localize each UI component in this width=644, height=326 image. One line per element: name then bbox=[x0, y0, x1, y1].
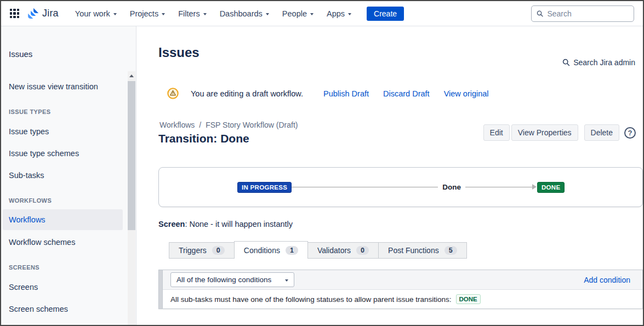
view-original-link[interactable]: View original bbox=[444, 89, 489, 98]
tab-validators-count: 0 bbox=[356, 246, 369, 255]
chevron-down-icon bbox=[310, 13, 314, 15]
draft-banner-message: You are editing a draft workflow. bbox=[191, 89, 303, 98]
transition-flow: IN PROGRESS Done DONE bbox=[237, 182, 565, 193]
breadcrumb-workflows[interactable]: Workflows bbox=[159, 121, 195, 129]
search-icon bbox=[562, 59, 570, 66]
publish-draft-link[interactable]: Publish Draft bbox=[323, 89, 369, 98]
tab-post-functions[interactable]: Post Functions 5 bbox=[378, 242, 467, 259]
warning-icon bbox=[167, 88, 179, 99]
search-icon bbox=[537, 10, 543, 18]
create-button[interactable]: Create bbox=[367, 7, 404, 21]
page-title: Issues bbox=[158, 45, 200, 60]
nav-item-filters[interactable]: Filters bbox=[172, 5, 213, 22]
sidebar-item-new-issue-view-transition[interactable]: New issue view transition bbox=[9, 82, 98, 91]
tab-validators[interactable]: Validators 0 bbox=[307, 242, 379, 259]
scrollbar-thumb[interactable] bbox=[128, 81, 135, 230]
panel-drag-handle[interactable] bbox=[159, 270, 163, 308]
tab-triggers[interactable]: Triggers 0 bbox=[169, 242, 235, 259]
jira-logo-icon bbox=[27, 7, 39, 20]
jira-logo[interactable]: Jira bbox=[27, 7, 59, 20]
discard-draft-link[interactable]: Discard Draft bbox=[383, 89, 430, 98]
add-condition-link[interactable]: Add condition bbox=[584, 276, 630, 284]
transition-label: Done bbox=[442, 183, 461, 191]
screen-info: Screen: None - it will happen instantly bbox=[158, 220, 293, 228]
search-jira-admin-link[interactable]: Search Jira admin bbox=[562, 58, 635, 67]
jira-admin-window: Jira Your work Projects Filters Dashboar… bbox=[0, 0, 644, 326]
chevron-down-icon bbox=[348, 13, 351, 15]
conditions-panel-header: All of the following conditions Add cond… bbox=[163, 270, 642, 290]
tab-post-functions-count: 5 bbox=[444, 246, 457, 255]
chevron-down-icon bbox=[113, 13, 117, 15]
nav-item-dashboards[interactable]: Dashboards bbox=[213, 5, 276, 22]
screen-info-label: Screen bbox=[158, 220, 185, 228]
sidebar-item-workflows-selected[interactable]: Workflows bbox=[3, 209, 123, 230]
nav-item-your-work[interactable]: Your work bbox=[69, 5, 123, 22]
condition-operator-select[interactable]: All of the following conditions bbox=[170, 272, 294, 287]
jira-wordmark: Jira bbox=[42, 8, 59, 19]
condition-text: All sub-tasks must have one of the follo… bbox=[170, 295, 452, 304]
delete-button[interactable]: Delete bbox=[584, 124, 619, 141]
nav-item-apps[interactable]: Apps bbox=[320, 5, 358, 22]
chevron-down-icon bbox=[203, 13, 207, 15]
sidebar-item-sub-tasks[interactable]: Sub-tasks bbox=[9, 171, 44, 180]
edit-button[interactable]: Edit bbox=[483, 124, 510, 141]
nav-menu: Your work Projects Filters Dashboards Pe… bbox=[69, 5, 358, 22]
sidebar-section-issue-types: ISSUE TYPES bbox=[9, 108, 51, 115]
global-search-box[interactable] bbox=[531, 5, 634, 22]
transition-tabs: Triggers 0 Conditions 1 Validators 0 Pos… bbox=[169, 241, 467, 259]
sidebar-item-workflow-schemes[interactable]: Workflow schemes bbox=[9, 238, 75, 247]
draft-workflow-banner: You are editing a draft workflow. Publis… bbox=[167, 88, 489, 99]
condition-row: All sub-tasks must have one of the follo… bbox=[163, 290, 642, 308]
nav-item-people[interactable]: People bbox=[276, 5, 320, 22]
transition-toolbar: Edit View Properties Delete ? bbox=[483, 124, 636, 141]
breadcrumb-current: FSP Story Workflow (Draft) bbox=[206, 121, 298, 129]
breadcrumb: Workflows / FSP Story Workflow (Draft) bbox=[159, 121, 298, 129]
tab-conditions-count: 1 bbox=[286, 246, 298, 255]
breadcrumb-separator: / bbox=[199, 121, 201, 129]
condition-status-lozenge: DONE bbox=[456, 294, 481, 304]
admin-sidebar: Issues New issue view transition ISSUE T… bbox=[1, 26, 136, 325]
nav-item-projects[interactable]: Projects bbox=[123, 5, 172, 22]
sidebar-section-workflows: WORKFLOWS bbox=[9, 197, 52, 204]
transition-title: Transition: Done bbox=[158, 132, 249, 145]
sidebar-section-screens: SCREENS bbox=[9, 264, 39, 271]
tab-conditions[interactable]: Conditions 1 bbox=[234, 241, 308, 259]
status-in-progress-badge[interactable]: IN PROGRESS bbox=[237, 182, 292, 193]
top-navbar: Jira Your work Projects Filters Dashboar… bbox=[1, 1, 643, 26]
global-search-input[interactable] bbox=[547, 9, 629, 18]
chevron-down-icon bbox=[266, 13, 269, 15]
sidebar-scrollbar[interactable] bbox=[128, 71, 135, 325]
chevron-down-icon bbox=[162, 13, 165, 15]
screen-info-value: : None - it will happen instantly bbox=[185, 220, 293, 228]
transition-line bbox=[292, 187, 438, 187]
app-switcher-icon[interactable] bbox=[10, 9, 19, 18]
view-properties-button[interactable]: View Properties bbox=[511, 124, 578, 141]
sidebar-item-screens[interactable]: Screens bbox=[9, 283, 38, 291]
help-icon[interactable]: ? bbox=[624, 127, 636, 139]
conditions-panel: All of the following conditions Add cond… bbox=[158, 270, 643, 309]
transition-arrow-line bbox=[465, 187, 532, 187]
sidebar-item-issue-types[interactable]: Issue types bbox=[9, 127, 49, 136]
status-done-badge[interactable]: DONE bbox=[537, 182, 565, 193]
sidebar-item-screen-schemes[interactable]: Screen schemes bbox=[9, 305, 68, 313]
sidebar-item-issue-type-schemes[interactable]: Issue type schemes bbox=[9, 149, 79, 158]
tab-triggers-count: 0 bbox=[212, 246, 225, 255]
main-content: Issues Search Jira admin You are editing… bbox=[137, 26, 643, 325]
sidebar-title-issues: Issues bbox=[9, 49, 32, 59]
scrollbar-up-arrow-icon[interactable] bbox=[129, 75, 134, 77]
workflow-diagram: IN PROGRESS Done DONE bbox=[158, 167, 643, 207]
chevron-down-icon bbox=[285, 279, 288, 282]
